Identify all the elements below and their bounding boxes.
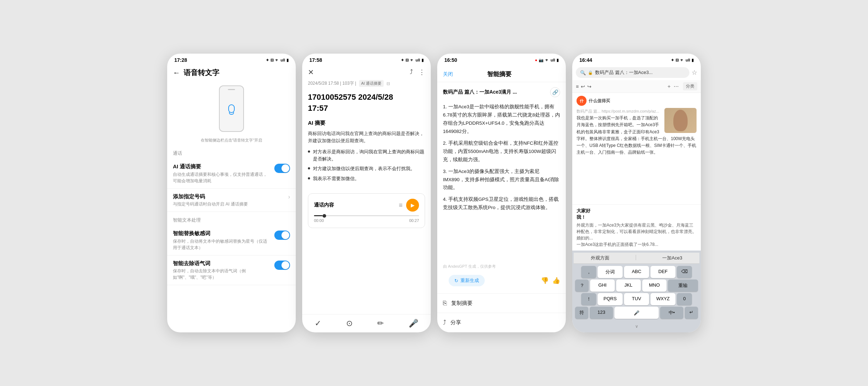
add-number-title: 添加指定号码	[173, 193, 285, 200]
status-icons-1: ✦ ⊟ ᯤ ull ▮	[266, 58, 289, 63]
thumbs-down-icon[interactable]: 👎	[541, 277, 549, 284]
status-icons-2: ✦ ⊟ ᯤ ull ▮	[401, 58, 424, 63]
source-avatar: 什	[577, 96, 587, 106]
bookmark-icon[interactable]: ☆	[692, 69, 697, 76]
time-start: 00:00	[314, 218, 324, 223]
filler-toggle[interactable]	[274, 261, 290, 270]
meta-icon: ⊟	[386, 81, 390, 86]
status-bar-3: 16:50 ● 📷 ᯤ ull ▮	[437, 54, 566, 65]
toolbar-redo-icon[interactable]: ↪	[587, 84, 592, 89]
screen2-top-bar: ✕ ⤴ ⋮	[302, 65, 431, 80]
link-icon[interactable]: 🔗	[550, 87, 560, 97]
chevron-right-icon: ›	[288, 194, 290, 200]
hint-text: 在智能侧边栏点击"语音转文字"开启	[190, 138, 273, 143]
action-list: ⎘ 复制摘要 ⤴ 分享	[437, 293, 566, 332]
back-icon[interactable]: ←	[173, 69, 180, 77]
key-mno[interactable]: MNO	[642, 279, 667, 292]
key-zero[interactable]: 0	[677, 293, 692, 305]
camera-icon[interactable]: ⊙	[346, 319, 353, 328]
mic-icon	[228, 104, 235, 113]
key-123[interactable]: 123	[590, 307, 613, 319]
ai-summary-toggle[interactable]	[274, 164, 290, 173]
key-tuv[interactable]: TUV	[624, 293, 649, 305]
key-enter[interactable]: ↵	[685, 307, 698, 319]
browser-bar: 🔍 🔒 数码产品 篇八：一加Ace3... ☆	[572, 65, 701, 80]
copy-icon: ⎘	[443, 300, 447, 307]
second-title: 大家好我！	[577, 208, 697, 221]
key-ghi[interactable]: GHI	[590, 279, 615, 292]
article-image	[664, 108, 697, 133]
search-text: 数码产品 篇八：一加Ace3...	[595, 69, 685, 76]
key-symbol[interactable]: 符	[575, 307, 588, 319]
check-icon[interactable]: ✓	[315, 319, 321, 328]
key-jkl[interactable]: JKL	[616, 279, 641, 292]
setting-item-sensitive: 智能替换敏感词 保存时，自动将文本中的敏感词替换为星号（仅适用于通话文本）	[167, 226, 296, 256]
phone-screen-1: 17:28 ✦ ⊟ ᯤ ull ▮ ← 语音转文字 在智能侧边栏点击"语音转文字…	[167, 54, 296, 332]
article-source: 什 什么值得买	[577, 96, 697, 106]
summary-point-1: 1. 一加Ace3是一款中端价格的旗舰性能手机，拥有6.78英寸的东方眼眸屏，搭…	[443, 103, 560, 136]
key-reset[interactable]: 重输	[668, 279, 698, 292]
second-section: 大家好我！ 外观方面，一加Ace3为大家提供有星云黑、鸣沙金、月海蓝三种配色，非…	[572, 204, 701, 251]
setting-item-filler: 智能去除语气词 保存时，自动去除文本中的语气词（例如"啊"、"哦"、"吧"等）	[167, 256, 296, 286]
generated-by-label: 由 AndesGPT 生成，仅供参考	[437, 262, 566, 273]
meta-badge: AI 通话摘要	[359, 80, 384, 87]
setting-item-ai-summary: AI 通话摘要 自动生成通话摘要和核心事项，仅支持普通通话，可能会增加电量消耗	[167, 159, 296, 189]
suggest-item-2[interactable]: 一加Ace3	[659, 254, 685, 262]
toolbar-undo-icon[interactable]: ↩	[581, 84, 585, 89]
status-time-4: 16:44	[579, 57, 592, 63]
keyboard: 外观方面 | 一加Ace3 ， 分词 ABC DEF ⌫ ？ GHI JKL M…	[572, 251, 701, 332]
call-title: 17010052575 2024/5/28 17:57	[302, 90, 431, 120]
suggest-item-1[interactable]: 外观方面	[588, 254, 612, 262]
toolbar-more-icon[interactable]: ⋯	[674, 84, 679, 89]
copy-action[interactable]: ⎘ 复制摘要	[437, 294, 566, 313]
article-preview: 什 什么值得买 数码产品 篇... https://post.m.smzdm.c…	[572, 93, 701, 204]
key-comma[interactable]: ，	[581, 266, 596, 278]
key-wxyz[interactable]: WXYZ	[650, 293, 675, 305]
search-icon: 🔍	[580, 70, 586, 75]
key-exclaim[interactable]: ！	[581, 293, 596, 305]
setting-item-add-number[interactable]: 添加指定号码 与指定号码通话时自动开启 AI 通话摘要 ›	[167, 189, 296, 212]
key-question[interactable]: ？	[575, 279, 589, 292]
more-icon[interactable]: ⋮	[419, 68, 425, 76]
status-bar-4: 16:44 ✦ ⊟ ᯤ ull ▮	[572, 54, 701, 65]
key-pqrs[interactable]: PQRS	[598, 293, 623, 305]
key-def[interactable]: DEF	[650, 266, 675, 278]
classify-button[interactable]: 分类	[683, 82, 697, 90]
mic-bottom-icon[interactable]: 🎤	[409, 319, 418, 328]
add-number-desc: 与指定号码通话时自动开启 AI 通话摘要	[173, 201, 285, 207]
share-icon[interactable]: ⤴	[410, 68, 413, 76]
close-button[interactable]: 关闭	[443, 71, 453, 78]
ai-summary-section: AI 摘要 商标回访电话询问我在官网上查询的商标问题是否解决，并建议加微信以便后…	[302, 120, 431, 189]
phone-illustration	[219, 85, 244, 132]
filler-desc: 保存时，自动去除文本中的语气词（例如"啊"、"哦"、"吧"等）	[173, 268, 271, 281]
close-x-icon[interactable]: ✕	[308, 68, 314, 76]
list-icon[interactable]: ≡	[399, 202, 403, 209]
page-title: 语音转文字	[184, 68, 219, 78]
lock-icon: 🔒	[588, 70, 593, 75]
key-backspace[interactable]: ⌫	[677, 266, 692, 278]
share-action[interactable]: ⤴ 分享	[437, 313, 566, 332]
phone-illustration-area: 在智能侧边栏点击"语音转文字"开启	[167, 82, 296, 145]
play-button[interactable]: ▶	[406, 199, 419, 212]
summary-point-3: 3. 一加Ace3的摄像头配置强大，主摄为索尼IMX890，支持多种拍摄模式，照…	[443, 168, 560, 192]
edit-icon[interactable]: ✏	[377, 319, 384, 328]
phone-screen-3: 16:50 ● 📷 ᯤ ull ▮ 关闭 智能摘要 数码产品 篇八：一加Ace3…	[437, 54, 566, 332]
suggest-bar: 外观方面 | 一加Ace3	[574, 253, 699, 264]
key-chinese[interactable]: 中•	[660, 307, 684, 319]
second-text: 外观方面，一加Ace3为大家提供有星云黑、鸣沙金、月海蓝三种配色，非常定制化，可…	[577, 222, 697, 248]
ai-summary-desc: 自动生成通话摘要和核心事项，仅支持普通通话，可能会增加电量消耗	[173, 171, 271, 184]
toolbar-add-icon[interactable]: ＋	[667, 83, 672, 90]
status-bar-2: 17:58 ✦ ⊟ ᯤ ull ▮	[302, 54, 431, 65]
regenerate-button[interactable]: ↻ 重新生成	[449, 275, 485, 286]
key-fenchi[interactable]: 分词	[598, 266, 623, 278]
toolbar-list-icon[interactable]: ≡	[576, 84, 579, 89]
progress-bar[interactable]	[314, 215, 419, 216]
thumbs-up-icon[interactable]: 👍	[552, 277, 560, 284]
modal-header: 关闭 智能摘要	[437, 65, 566, 82]
key-abc[interactable]: ABC	[624, 266, 649, 278]
search-bar[interactable]: 🔍 🔒 数码产品 篇八：一加Ace3...	[576, 67, 689, 78]
sensitive-toggle[interactable]	[274, 231, 290, 240]
progress-dot	[323, 214, 326, 218]
key-mic[interactable]: 🎤	[614, 307, 658, 319]
web-toolbar: ≡ ↩ ↪ ＋ ⋯ 分类	[572, 80, 701, 93]
